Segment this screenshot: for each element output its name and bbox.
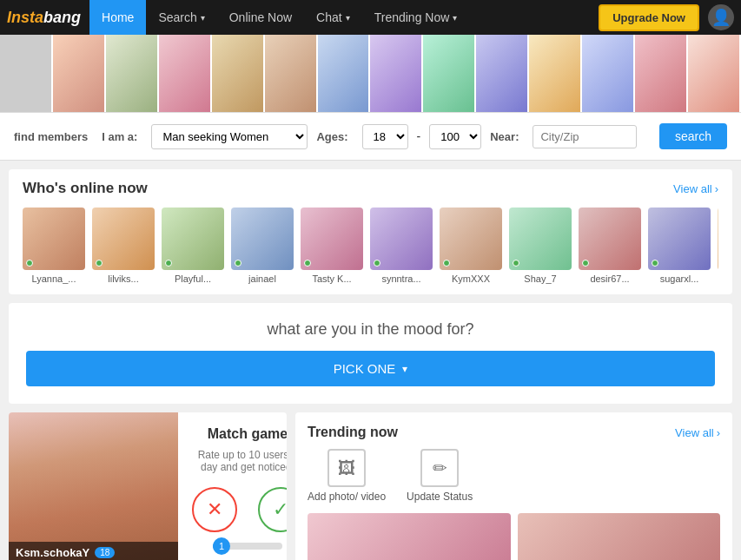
online-user-2[interactable]: lilviks... — [92, 208, 155, 284]
chevron-right-icon: › — [715, 182, 718, 195]
chat-arrow-icon: ▾ — [346, 13, 350, 23]
online-username: desir67... — [590, 273, 629, 284]
online-user-6[interactable]: synntra... — [370, 208, 433, 284]
online-username: Tasty K... — [312, 273, 351, 284]
online-indicator — [165, 260, 172, 267]
strip-thumb-1[interactable] — [0, 35, 53, 113]
trending-user-2[interactable]: Mystery_Princess ✔ 📍 34 Cape Town, ZA — [518, 513, 721, 560]
mood-question: what are you in the mood for? — [26, 320, 715, 339]
strip-thumb-13[interactable] — [635, 35, 688, 113]
online-indicator — [582, 260, 589, 267]
trending-user-1[interactable]: Lost_soul96 📍 36 Dayton, OH — [308, 513, 511, 560]
online-section-title: Who's online now — [23, 180, 148, 197]
location-input[interactable] — [533, 125, 637, 148]
online-user-11[interactable]: lightsk... — [718, 208, 718, 284]
online-username: KymXXX — [452, 273, 490, 284]
trending-header: Trending now View all › — [308, 425, 720, 440]
online-user-5[interactable]: Tasty K... — [301, 208, 363, 284]
logo: Instabang — [7, 9, 81, 27]
online-grid: Lyanna_... lilviks... Playful... jainael… — [23, 208, 718, 284]
update-status-icon: ✏ — [420, 449, 459, 487]
trending-section: Trending now View all › 🖼 Add photo/ vid… — [295, 412, 732, 560]
mood-section: what are you in the mood for? PICK ONE ▾ — [9, 303, 732, 404]
online-username: jainael — [248, 273, 276, 284]
age-separator: - — [417, 129, 421, 143]
online-username: lilviks... — [108, 273, 138, 284]
online-user-1[interactable]: Lyanna_... — [23, 208, 85, 284]
online-user-7[interactable]: KymXXX — [440, 208, 502, 284]
search-button[interactable]: search — [659, 123, 727, 149]
add-photo-action[interactable]: 🖼 Add photo/ video — [308, 449, 386, 503]
strip-thumb-5[interactable] — [212, 35, 265, 113]
online-username: Shay_7 — [524, 273, 556, 284]
online-indicator — [513, 260, 519, 267]
online-indicator — [304, 260, 311, 267]
match-step-indicator: 1 — [213, 537, 230, 555]
online-username: Lyanna_... — [32, 273, 76, 284]
online-indicator — [443, 260, 450, 267]
online-indicator — [374, 260, 380, 267]
match-buttons: ✕ ✓ — [192, 487, 287, 532]
trending-actions: 🖼 Add photo/ video ✏ Update Status — [308, 449, 720, 503]
online-user-10[interactable]: sugarxl... — [648, 208, 711, 284]
match-wrapper: Ksm.schokaY 18 Byelogorod, UA, UA Match … — [9, 412, 287, 560]
trending-users: Lost_soul96 📍 36 Dayton, OH Mystery_Prin… — [308, 513, 720, 560]
nav-home[interactable]: Home — [89, 0, 146, 35]
online-user-9[interactable]: desir67... — [579, 208, 641, 284]
online-username: synntra... — [381, 273, 420, 284]
trending-user-1-avatar — [308, 513, 511, 560]
age-max-select[interactable]: 100908070 — [429, 124, 481, 149]
online-user-8[interactable]: Shay_7 — [509, 208, 572, 284]
online-view-all[interactable]: View all › — [673, 182, 718, 195]
strip-thumb-4[interactable] — [159, 35, 212, 113]
strip-thumb-8[interactable] — [370, 35, 423, 113]
trending-arrow-icon: ▾ — [453, 13, 457, 23]
online-indicator — [96, 260, 103, 267]
strip-thumb-14[interactable] — [688, 35, 741, 113]
strip-thumb-6[interactable] — [265, 35, 318, 113]
online-username: Playful... — [175, 273, 211, 284]
online-section-header: Who's online now View all › — [23, 180, 718, 197]
nav-trending[interactable]: Trending Now ▾ — [362, 0, 470, 35]
trending-title: Trending now — [308, 425, 398, 440]
nav-items: Home Search ▾ Online Now Chat ▾ Trending… — [89, 0, 734, 35]
online-username: sugarxl... — [660, 273, 699, 284]
match-age-badge: 18 — [95, 547, 115, 558]
match-right-panel: Match game Rate up to 10 users a day and… — [178, 412, 287, 560]
nav-online-now[interactable]: Online Now — [217, 0, 304, 35]
gender-select[interactable]: Man seeking Women Woman seeking Men Man … — [151, 124, 308, 149]
online-indicator — [235, 260, 241, 267]
strip-thumb-7[interactable] — [318, 35, 371, 113]
online-user-4[interactable]: jainael — [231, 208, 294, 284]
upgrade-button[interactable]: Upgrade Now — [599, 4, 699, 31]
user-avatar[interactable]: 👤 — [708, 4, 734, 30]
match-title: Match game — [192, 426, 287, 442]
search-arrow-icon: ▾ — [201, 13, 205, 23]
strip-thumb-9[interactable] — [423, 35, 476, 113]
find-members-label: find members — [14, 130, 88, 143]
match-reject-button[interactable]: ✕ — [192, 487, 237, 532]
match-accept-button[interactable]: ✓ — [258, 487, 287, 532]
near-label: Near: — [490, 130, 519, 143]
strip-thumb-11[interactable] — [529, 35, 582, 113]
online-user-3[interactable]: Playful... — [162, 208, 224, 284]
strip-thumb-12[interactable] — [582, 35, 635, 113]
match-user-info: Ksm.schokaY 18 Byelogorod, UA, UA — [9, 542, 178, 560]
trending-chevron-icon: › — [717, 426, 720, 439]
strip-thumb-3[interactable] — [106, 35, 159, 113]
strip-thumb-10[interactable] — [476, 35, 529, 113]
trending-user-2-avatar — [518, 513, 721, 560]
online-indicator — [26, 260, 33, 267]
member-search-bar: find members I am a: Man seeking Women W… — [0, 113, 741, 161]
age-min-select[interactable]: 1819202530 — [362, 124, 408, 149]
add-photo-icon: 🖼 — [327, 449, 366, 487]
online-indicator — [652, 260, 658, 267]
strip-thumb-2[interactable] — [53, 35, 106, 113]
main-nav: Instabang Home Search ▾ Online Now Chat … — [0, 0, 741, 35]
update-status-action[interactable]: ✏ Update Status — [407, 449, 473, 503]
trending-view-all[interactable]: View all › — [675, 425, 720, 440]
nav-chat[interactable]: Chat ▾ — [304, 0, 362, 35]
nav-search[interactable]: Search ▾ — [146, 0, 216, 35]
pick-one-button[interactable]: PICK ONE ▾ — [26, 351, 715, 386]
online-section: Who's online now View all › Lyanna_... l… — [9, 169, 732, 294]
